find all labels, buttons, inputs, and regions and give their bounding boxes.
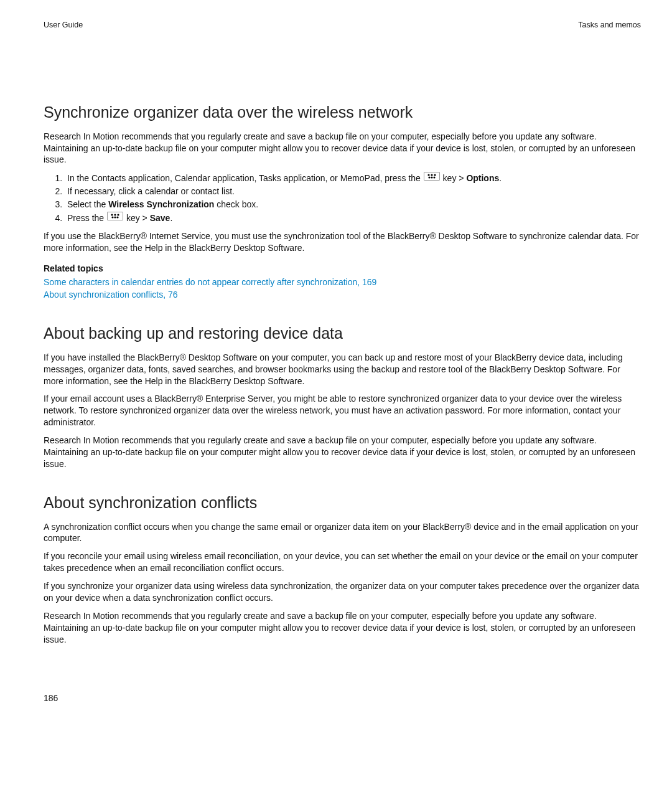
menu-key-icon — [107, 212, 123, 220]
section2-p1: If you have installed the BlackBerry® De… — [44, 352, 641, 387]
section2-title: About backing up and restoring device da… — [44, 323, 641, 344]
svg-point-6 — [111, 214, 113, 215]
step1-pre: In the Contacts application, Calendar ap… — [67, 173, 423, 183]
step-4: Press the key > Save. — [65, 212, 641, 224]
svg-point-8 — [117, 214, 119, 215]
section3-p4: Research In Motion recommends that you r… — [44, 610, 641, 646]
header-left: User Guide — [44, 20, 83, 31]
section3-p2: If you reconcile your email using wirele… — [44, 550, 641, 574]
document-page: User Guide Tasks and memos Synchronize o… — [0, 0, 672, 807]
section3-title: About synchronization conflicts — [44, 493, 641, 514]
step1-bold: Options — [466, 173, 499, 183]
menu-key-icon — [424, 172, 440, 181]
svg-point-4 — [431, 177, 432, 179]
page-header: User Guide Tasks and memos — [44, 20, 641, 31]
section3-p3: If you synchronize your organizer data u… — [44, 580, 641, 604]
section1-title: Synchronize organizer data over the wire… — [44, 102, 641, 123]
section1-intro: Research In Motion recommends that you r… — [44, 131, 641, 166]
step4-bold: Save — [150, 213, 170, 223]
step1-mid: key > — [441, 173, 467, 183]
step3-pre: Select the — [67, 199, 108, 209]
step-2: If necessary, click a calendar or contac… — [65, 186, 641, 197]
related-link-2[interactable]: About synchronization conflicts, 76 — [44, 290, 178, 300]
page-number: 186 — [44, 692, 58, 704]
svg-point-10 — [114, 216, 116, 218]
step-3: Select the Wireless Synchronization chec… — [65, 199, 641, 210]
related-link-1[interactable]: Some characters in calendar entries do n… — [44, 277, 376, 287]
step1-post: . — [499, 173, 502, 183]
header-right: Tasks and memos — [578, 20, 641, 31]
step3-bold: Wireless Synchronization — [108, 199, 214, 209]
svg-point-3 — [428, 177, 430, 179]
section3-p1: A synchronization conflict occurs when y… — [44, 521, 641, 545]
section1-steps: In the Contacts application, Calendar ap… — [44, 172, 641, 224]
svg-point-7 — [114, 214, 116, 215]
svg-point-2 — [434, 174, 436, 176]
step4-pre: Press the — [67, 213, 106, 223]
svg-point-5 — [433, 177, 435, 179]
step4-post: . — [170, 213, 172, 223]
svg-point-1 — [431, 174, 432, 176]
svg-point-9 — [111, 216, 113, 218]
section1-outro: If you use the BlackBerry® Internet Serv… — [44, 230, 641, 254]
svg-point-0 — [427, 174, 429, 176]
section2-p2: If your email account uses a BlackBerry®… — [44, 393, 641, 428]
section2-p3: Research In Motion recommends that you r… — [44, 435, 641, 470]
step-1: In the Contacts application, Calendar ap… — [65, 172, 641, 184]
step4-mid: key > — [124, 213, 150, 223]
related-topics-label: Related topics — [44, 263, 641, 275]
step3-post: check box. — [214, 199, 258, 209]
svg-point-11 — [116, 216, 118, 218]
